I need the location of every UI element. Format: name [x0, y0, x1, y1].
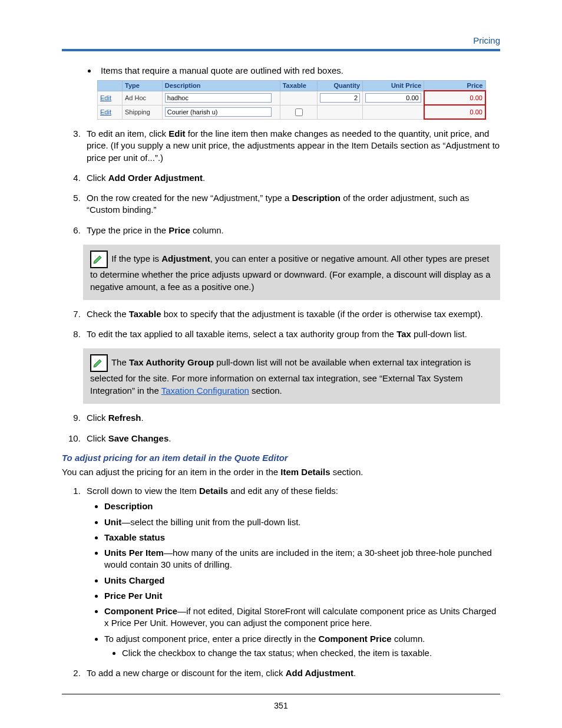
- step-6: Type the price in the Price column.: [83, 225, 500, 236]
- col-price: Price: [424, 81, 485, 91]
- note-adjustment: If the type is Adjustment, you can enter…: [83, 245, 500, 300]
- description-input[interactable]: [165, 93, 272, 103]
- subheading-adjust-pricing: To adjust pricing for an item detail in …: [62, 453, 500, 463]
- price-cell: 0.00: [424, 105, 485, 119]
- pencil-icon: [90, 354, 108, 372]
- taxable-checkbox[interactable]: [295, 108, 303, 116]
- taxation-configuration-link[interactable]: Taxation Configuration: [161, 386, 249, 396]
- intro-bullet: Items that require a manual quote are ou…: [97, 65, 500, 75]
- list-item: Component Price—if not edited, Digital S…: [104, 605, 500, 630]
- pencil-icon: [90, 251, 108, 268]
- header-rule: [62, 49, 500, 51]
- note-tax-authority: The Tax Authority Group pull-down list w…: [83, 348, 500, 404]
- list-item: Unit—select the billing unit from the pu…: [104, 516, 500, 528]
- step-10: Click Save Changes.: [83, 433, 500, 444]
- list-item: Units Per Item—how many of the units are…: [104, 547, 500, 571]
- page-header: Pricing: [62, 35, 500, 45]
- edit-link[interactable]: Edit: [100, 108, 111, 116]
- taxable-cell: [280, 91, 317, 105]
- list-item: Price Per Unit: [104, 590, 500, 602]
- step-5: On the row created for the new “Adjustme…: [83, 192, 500, 216]
- table-row: Edit Shipping 0.00: [98, 105, 486, 119]
- description-input[interactable]: [165, 107, 272, 117]
- type-cell: Ad Hoc: [123, 91, 163, 105]
- unit-price-input[interactable]: [365, 93, 421, 103]
- price-cell: 0.00: [424, 91, 485, 105]
- col-description: Description: [162, 81, 280, 91]
- step-4: Click Add Order Adjustment.: [83, 172, 500, 184]
- step-8: To edit the tax applied to all taxable i…: [83, 328, 500, 340]
- sub-intro-para: You can adjust the pricing for an item i…: [62, 466, 500, 478]
- quantity-input[interactable]: [320, 93, 360, 103]
- list-item: Units Charged: [104, 575, 500, 587]
- table-row: Edit Ad Hoc 0.00: [98, 91, 486, 105]
- page-number: 351: [0, 701, 562, 710]
- list-item: To adjust component price, enter a price…: [104, 633, 500, 660]
- line-items-screenshot: Type Description Taxable Quantity Unit P…: [97, 80, 500, 120]
- quantity-cell: [317, 105, 362, 119]
- col-unit-price: Unit Price: [363, 81, 424, 91]
- step-9: Click Refresh.: [83, 412, 500, 424]
- list-item: Description: [104, 500, 500, 512]
- step-3: To edit an item, click Edit for the line…: [83, 128, 500, 164]
- col-blank: [98, 81, 123, 91]
- col-quantity: Quantity: [317, 81, 362, 91]
- q-step-1: Scroll down to view the Item Details and…: [83, 485, 500, 659]
- col-type: Type: [123, 81, 163, 91]
- header-title: Pricing: [473, 35, 500, 45]
- edit-link[interactable]: Edit: [100, 94, 111, 101]
- list-item: Click the checkbox to change the tax sta…: [122, 647, 500, 659]
- type-cell: Shipping: [123, 105, 163, 119]
- list-item: Taxable status: [104, 532, 500, 543]
- col-taxable: Taxable: [280, 81, 317, 91]
- q-step-2: To add a new charge or discount for the …: [83, 667, 500, 679]
- footer-rule: [62, 694, 500, 694]
- unit-price-cell: [363, 105, 424, 119]
- step-7: Check the Taxable box to specify that th…: [83, 308, 500, 320]
